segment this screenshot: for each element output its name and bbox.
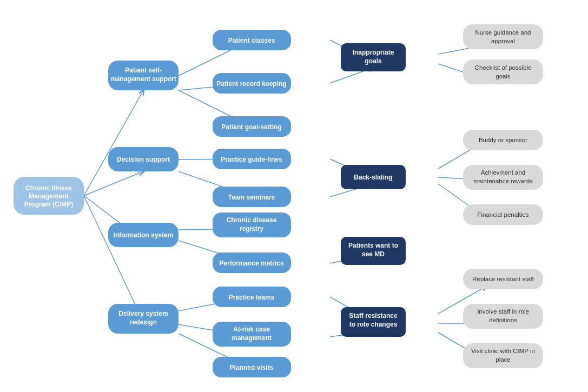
svg-text:management support: management support <box>110 75 176 83</box>
l2-patient-record-keeping: Patient record keeping <box>213 73 291 94</box>
svg-line-3 <box>84 196 143 322</box>
l1-decision-support: Decision support <box>108 147 179 171</box>
svg-text:Back-sliding: Back-sliding <box>354 174 392 181</box>
l1-information-system: Information system <box>108 223 179 247</box>
m1-inappropriate-goals: Inappropriate goals <box>341 43 406 71</box>
svg-text:Visit clinic with CIMP in: Visit clinic with CIMP in <box>471 348 535 354</box>
svg-rect-84 <box>463 165 543 190</box>
svg-text:Program (CIMP): Program (CIMP) <box>24 201 74 208</box>
svg-text:Patient goal-setting: Patient goal-setting <box>221 123 281 131</box>
svg-text:Chronic Illness: Chronic Illness <box>25 184 72 192</box>
l1-delivery-system: Delivery system redesign <box>108 304 179 334</box>
svg-rect-76 <box>463 24 543 49</box>
l2-team-seminars: Team seminars <box>213 187 291 207</box>
r3-buddy-or-sponsor: Buddy or sponsor <box>463 130 543 150</box>
svg-rect-94 <box>463 343 543 368</box>
svg-text:Team seminars: Team seminars <box>228 194 275 201</box>
svg-text:Delivery system: Delivery system <box>118 310 168 317</box>
svg-text:Achievment and: Achievment and <box>481 169 525 176</box>
r8-visit-clinic: Visit clinic with CIMP in place <box>463 343 543 368</box>
svg-rect-91 <box>463 304 543 329</box>
svg-text:Involve staff in role: Involve staff in role <box>477 308 529 315</box>
svg-text:Staff resistance: Staff resistance <box>349 312 398 320</box>
svg-text:Decision support: Decision support <box>117 156 170 163</box>
l2-performance-metrics: Performance metrics <box>213 253 291 273</box>
svg-line-0 <box>84 90 143 196</box>
svg-text:Checklist of possible: Checklist of possible <box>475 64 532 71</box>
l2-patient-classes: Patient classes <box>213 30 291 50</box>
root-node: Chronic Illness Management Program (CIMP… <box>14 177 84 215</box>
svg-text:Practice teams: Practice teams <box>229 294 275 301</box>
svg-text:to role changes: to role changes <box>349 321 398 328</box>
svg-text:maintenabce rewards: maintenabce rewards <box>473 178 533 184</box>
r5-financial-penalties: Financial penalties <box>463 204 543 225</box>
svg-text:Patient classes: Patient classes <box>228 37 275 44</box>
svg-text:Chronic disease: Chronic disease <box>227 216 277 224</box>
l2-practice-teams: Practice teams <box>213 287 291 307</box>
l1-patient-self-management: Patient self- management support <box>108 61 179 90</box>
svg-text:Nurse guidance and: Nurse guidance and <box>475 29 531 36</box>
r1-nurse-guidance: Nurse guidance and approval <box>463 24 543 49</box>
svg-text:management: management <box>232 334 272 342</box>
l2-at-risk-case-management: At-risk case management <box>213 322 291 347</box>
svg-text:Performance metrics: Performance metrics <box>219 260 284 267</box>
svg-text:registry: registry <box>240 225 263 232</box>
l2-planned-visits: Planned visits <box>213 357 291 377</box>
svg-text:Information system: Information system <box>114 231 174 239</box>
r6-replace-resistant-staff: Replace resistant staff <box>463 269 543 289</box>
svg-text:see MD: see MD <box>362 250 385 258</box>
svg-text:Patients want to: Patients want to <box>348 242 398 249</box>
svg-text:Management: Management <box>29 192 68 200</box>
svg-text:definitions: definitions <box>489 317 517 323</box>
svg-text:Financial penalties: Financial penalties <box>477 211 529 218</box>
l2-practice-guidelines: Practice guide-lines <box>213 149 291 169</box>
diagram: Chronic Illness Management Program (CIMP… <box>0 0 588 392</box>
l2-patient-goal-setting: Patient goal-setting <box>213 116 291 137</box>
m2-back-sliding: Back-sliding <box>341 165 406 189</box>
svg-text:Patient record keeping: Patient record keeping <box>216 80 286 88</box>
m4-staff-resistance: Staff resistance to role changes <box>341 307 406 337</box>
m3-patients-want-to-see-md: Patients want to see MD <box>341 237 406 265</box>
svg-text:Buddy or sponsor: Buddy or sponsor <box>479 137 527 143</box>
svg-text:approval: approval <box>491 38 515 44</box>
svg-text:goals: goals <box>495 73 511 79</box>
r7-involve-staff: Involve staff in role definitions <box>463 304 543 329</box>
svg-text:Practice guide-lines: Practice guide-lines <box>221 156 282 163</box>
svg-text:redesign: redesign <box>130 318 157 326</box>
r4-achievement-rewards: Achievment and maintenabce rewards <box>463 165 543 190</box>
svg-text:At-risk case: At-risk case <box>233 325 270 333</box>
svg-text:Replace resistant staff: Replace resistant staff <box>472 276 534 282</box>
svg-text:Patient self-: Patient self- <box>125 67 162 74</box>
l2-chronic-disease-registry: Chronic disease registry <box>213 212 291 237</box>
svg-rect-79 <box>463 59 543 84</box>
svg-text:Planned visits: Planned visits <box>230 364 274 371</box>
svg-line-1 <box>84 171 143 196</box>
svg-text:Inappropriate: Inappropriate <box>353 49 394 56</box>
svg-text:goals: goals <box>365 57 382 65</box>
r2-checklist-of-possible-goals: Checklist of possible goals <box>463 59 543 84</box>
svg-text:place: place <box>495 356 511 363</box>
